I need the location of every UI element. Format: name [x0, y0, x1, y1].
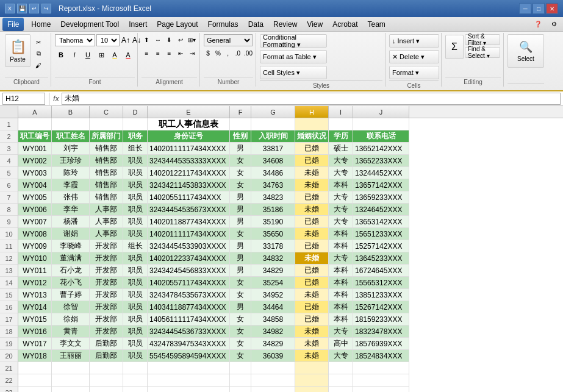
- data-cell[interactable]: 销售部: [90, 191, 123, 204]
- data-cell[interactable]: 女: [230, 313, 251, 326]
- data-cell[interactable]: 未婚: [295, 252, 329, 265]
- data-cell[interactable]: 大专: [329, 326, 353, 338]
- dec-decrease-btn[interactable]: .00: [243, 48, 253, 59]
- data-cell[interactable]: WY015: [18, 313, 52, 326]
- sort-filter-btn[interactable]: Sort & Filter ▾: [465, 34, 500, 45]
- data-cell[interactable]: [123, 374, 148, 387]
- find-select-btn[interactable]: Find & Select ▾: [465, 47, 500, 58]
- data-cell[interactable]: 人事部: [90, 228, 123, 240]
- format-painter-button[interactable]: 🖌: [32, 60, 45, 71]
- conditional-formatting-btn[interactable]: Conditional Formatting ▾: [260, 34, 327, 48]
- col-header-e[interactable]: E: [148, 106, 230, 118]
- dec-increase-btn[interactable]: .0: [234, 48, 242, 59]
- merge-btn[interactable]: ⊞▾: [187, 34, 197, 45]
- data-cell[interactable]: [353, 374, 409, 387]
- data-cell[interactable]: 14056111117434XXXX: [148, 313, 230, 326]
- data-cell[interactable]: 34858: [251, 313, 295, 326]
- close-btn[interactable]: ✕: [546, 3, 558, 14]
- data-cell[interactable]: 14020118877434XXXX: [148, 216, 230, 228]
- data-cell[interactable]: 13851233XXX: [353, 289, 409, 301]
- data-cell[interactable]: 职员: [123, 167, 148, 179]
- data-cell[interactable]: 本科: [329, 289, 353, 301]
- data-cell[interactable]: 大专: [329, 252, 353, 265]
- data-cell[interactable]: 14020122117434XXXX: [148, 167, 230, 179]
- data-cell[interactable]: 13645233XXX: [353, 252, 409, 265]
- data-cell[interactable]: 学历: [329, 130, 353, 143]
- data-cell[interactable]: WY004: [18, 179, 52, 191]
- insert-btn[interactable]: ↓ Insert ▾: [389, 34, 439, 48]
- data-cell[interactable]: WY005: [18, 191, 52, 204]
- data-cell[interactable]: 已婚: [295, 240, 329, 252]
- data-cell[interactable]: 未婚: [295, 179, 329, 191]
- data-cell[interactable]: 大专: [329, 191, 353, 204]
- data-cell[interactable]: [148, 362, 230, 374]
- data-cell[interactable]: 18524834XXX: [353, 350, 409, 362]
- data-cell[interactable]: 李晓峰: [52, 240, 90, 252]
- data-cell[interactable]: 性别: [230, 130, 251, 143]
- data-cell[interactable]: [329, 387, 353, 392]
- align-center-btn[interactable]: ≡: [153, 48, 163, 59]
- data-cell[interactable]: WY010: [18, 252, 52, 265]
- options-btn[interactable]: ⚙: [547, 19, 561, 30]
- data-cell[interactable]: 未婚: [295, 350, 329, 362]
- col-header-j[interactable]: J: [353, 106, 409, 118]
- data-cell[interactable]: 男: [230, 252, 251, 265]
- data-cell[interactable]: 13659233XXX: [353, 191, 409, 204]
- maximize-btn[interactable]: □: [533, 3, 545, 14]
- col-header-b[interactable]: B: [52, 106, 90, 118]
- data-cell[interactable]: 13244452XXX: [353, 167, 409, 179]
- data-cell[interactable]: 开发部: [90, 265, 123, 277]
- menu-data[interactable]: Data: [243, 18, 268, 31]
- menu-file[interactable]: File: [2, 18, 24, 31]
- data-cell[interactable]: 职员: [123, 289, 148, 301]
- currency-btn[interactable]: $: [204, 48, 212, 59]
- col-header-g[interactable]: G: [251, 106, 295, 118]
- menu-view[interactable]: View: [302, 18, 328, 31]
- data-cell[interactable]: WY008: [18, 228, 52, 240]
- data-cell[interactable]: WY013: [18, 289, 52, 301]
- data-cell[interactable]: 34952: [251, 289, 295, 301]
- format-as-table-btn[interactable]: Format as Table ▾: [260, 50, 327, 63]
- data-cell[interactable]: [230, 387, 251, 392]
- data-cell[interactable]: 男: [230, 191, 251, 204]
- data-cell[interactable]: [148, 387, 230, 392]
- data-cell[interactable]: WY016: [18, 326, 52, 338]
- data-cell[interactable]: 18576939XXX: [353, 338, 409, 350]
- data-cell[interactable]: 未婚: [295, 338, 329, 350]
- quick-access-save[interactable]: 💾: [17, 4, 27, 13]
- data-cell[interactable]: 本科: [329, 228, 353, 240]
- data-cell[interactable]: [329, 374, 353, 387]
- data-cell[interactable]: 组长: [123, 240, 148, 252]
- data-cell[interactable]: 已婚: [295, 155, 329, 167]
- autosum-btn[interactable]: Σ: [445, 35, 464, 59]
- data-cell[interactable]: 女: [230, 326, 251, 338]
- data-cell[interactable]: 14020551117434XXX: [148, 191, 230, 204]
- data-cell[interactable]: 16724645XXX: [353, 265, 409, 277]
- align-left-btn[interactable]: ≡: [142, 48, 152, 59]
- data-cell[interactable]: 后勤部: [90, 338, 123, 350]
- data-cell[interactable]: [251, 387, 295, 392]
- data-cell[interactable]: WY009: [18, 240, 52, 252]
- data-cell[interactable]: [18, 118, 52, 130]
- menu-pagelayout[interactable]: Page Layout: [152, 18, 203, 31]
- data-cell[interactable]: 开发部: [90, 313, 123, 326]
- menu-home[interactable]: Home: [26, 18, 56, 31]
- data-cell[interactable]: 职员: [123, 265, 148, 277]
- data-cell[interactable]: [90, 387, 123, 392]
- data-cell[interactable]: WY018: [18, 350, 52, 362]
- data-cell[interactable]: 男: [230, 216, 251, 228]
- data-cell[interactable]: 已婚: [295, 277, 329, 289]
- col-header-c[interactable]: C: [90, 106, 123, 118]
- data-cell[interactable]: [90, 362, 123, 374]
- data-cell[interactable]: 本科: [329, 240, 353, 252]
- col-header-f[interactable]: F: [230, 106, 251, 118]
- font-size-select[interactable]: 10: [96, 34, 120, 46]
- data-cell[interactable]: 43247839475343XXXX: [148, 338, 230, 350]
- data-cell[interactable]: WY007: [18, 216, 52, 228]
- indent-increase-btn[interactable]: ⇥: [187, 48, 197, 59]
- select-button[interactable]: 🔍 Select: [507, 34, 544, 68]
- data-cell[interactable]: 销售部: [90, 167, 123, 179]
- wrap-text-btn[interactable]: ↩: [176, 34, 186, 45]
- data-cell[interactable]: 33817: [251, 143, 295, 155]
- data-cell[interactable]: 34829: [251, 265, 295, 277]
